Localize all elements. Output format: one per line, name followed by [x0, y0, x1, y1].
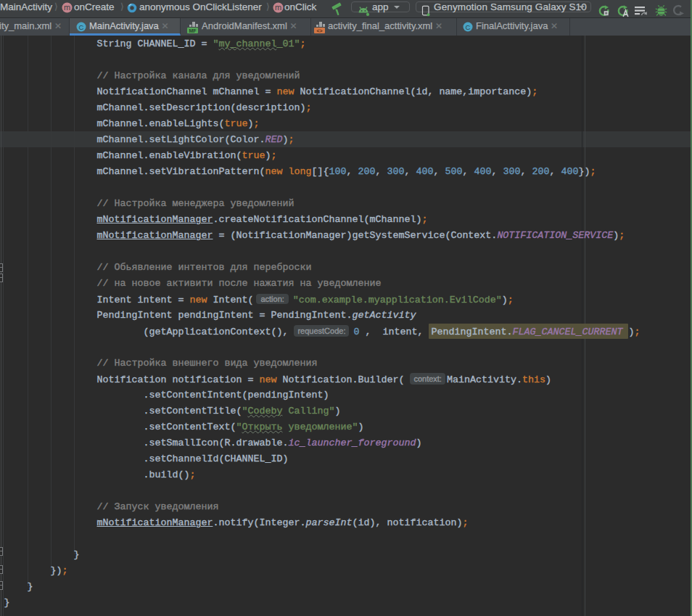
svg-text:C: C [466, 23, 471, 31]
svg-text:MF: MF [189, 28, 197, 33]
svg-text:m: m [275, 3, 281, 12]
svg-text:m: m [64, 3, 70, 12]
svg-text:C: C [79, 23, 84, 31]
svg-text:<>: <> [316, 28, 322, 33]
